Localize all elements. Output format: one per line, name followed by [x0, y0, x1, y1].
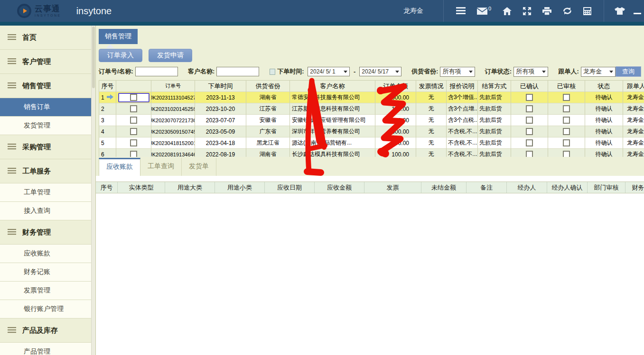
- audited-checkbox[interactable]: [563, 128, 570, 135]
- follower-cell: 龙寿金: [623, 137, 644, 149]
- col-quote[interactable]: 报价说明: [447, 81, 478, 92]
- order-row[interactable]: 2 JK20231020145259 2023-10-20 江苏省 江苏新锐信息…: [99, 103, 644, 115]
- col-customer[interactable]: 客户名称: [290, 81, 375, 92]
- rcol-use-minor[interactable]: 用途小类: [215, 182, 265, 193]
- audited-checkbox[interactable]: [563, 151, 570, 157]
- col-order-date[interactable]: 下单时间: [195, 81, 246, 92]
- calculator-icon[interactable]: [583, 7, 591, 15]
- row-checkbox[interactable]: [130, 94, 137, 101]
- order-entry-button[interactable]: 订单录入: [99, 49, 142, 62]
- province-select[interactable]: 所有项: [440, 67, 475, 77]
- confirmed-checkbox[interactable]: [526, 105, 533, 112]
- logo-en-text: INSYTONE: [35, 14, 61, 17]
- rcol-invoice[interactable]: 发票: [364, 182, 421, 193]
- rcol-handler-confirm[interactable]: 经办人确认: [547, 182, 588, 193]
- sidebar-item[interactable]: 首页: [0, 26, 91, 50]
- row-checkbox[interactable]: [130, 105, 137, 112]
- mail-icon[interactable]: 0: [477, 8, 491, 15]
- sidebar-item[interactable]: 产品及库存: [0, 319, 91, 343]
- sidebar-item[interactable]: 工单服务: [0, 159, 91, 183]
- confirmed-checkbox[interactable]: [526, 151, 533, 157]
- fullscreen-icon[interactable]: [523, 7, 531, 15]
- print-icon[interactable]: [542, 7, 551, 15]
- sidebar-item[interactable]: 财务记账: [0, 263, 91, 282]
- col-follower[interactable]: 跟单人: [623, 81, 644, 92]
- sidebar-item[interactable]: 银行账户管理: [0, 300, 91, 319]
- sidebar-item[interactable]: 采购管理: [0, 135, 91, 159]
- col-order-no[interactable]: 订单号: [151, 81, 195, 92]
- order-time-checkbox[interactable]: [270, 69, 276, 75]
- confirmed-checkbox[interactable]: [526, 94, 533, 101]
- rcol-due-amount[interactable]: 应收金额: [315, 182, 364, 193]
- row-checkbox[interactable]: [130, 128, 137, 135]
- rcol-seq[interactable]: 序号: [96, 182, 118, 193]
- sidebar-item[interactable]: 销售订单: [0, 98, 91, 117]
- rcol-open-amount[interactable]: 未结金额: [421, 182, 467, 193]
- sidebar-item[interactable]: 接入查询: [0, 202, 91, 220]
- sidebar-item-label: 工单管理: [24, 188, 50, 197]
- tab-sales-management[interactable]: 销售管理: [99, 29, 138, 44]
- order-row[interactable]: 3 JK20230707221730 2023-07-07 安徽省 安徽锐诚供应…: [99, 115, 644, 126]
- sidebar-item[interactable]: 发货管理: [0, 117, 91, 135]
- home-icon[interactable]: [503, 7, 512, 15]
- row-checkbox[interactable]: [130, 139, 137, 146]
- rcol-entity-type[interactable]: 实体类型: [118, 182, 165, 193]
- sidebar-item[interactable]: 工单管理: [0, 183, 91, 202]
- col-seq[interactable]: 序号: [99, 81, 116, 92]
- confirmed-checkbox[interactable]: [526, 139, 533, 146]
- col-amount[interactable]: 订单金额: [375, 81, 416, 92]
- audited-checkbox[interactable]: [563, 94, 570, 101]
- rcol-dept-audit[interactable]: 部门审核: [588, 182, 625, 193]
- date-to-picker[interactable]: 2024/ 5/17: [359, 67, 401, 76]
- sidebar-item-label: 应收账款: [24, 249, 50, 258]
- date-from-picker[interactable]: 2024/ 5/ 1: [308, 67, 350, 76]
- search-button[interactable]: 查询: [616, 66, 641, 77]
- sidebar-item[interactable]: 财务管理: [0, 220, 91, 245]
- bottom-tab[interactable]: 应收账款: [99, 158, 140, 176]
- rcol-handler[interactable]: 经办人: [507, 182, 547, 193]
- rcol-due-date[interactable]: 应收日期: [265, 182, 315, 193]
- minimize-icon[interactable]: [634, 13, 641, 14]
- sidebar-item-label: 财务管理: [22, 228, 51, 237]
- sidebar-item[interactable]: 客户管理: [0, 50, 91, 74]
- order-row[interactable]: 1 JK20231113104527 2023-11-13 湖南省 常德安途科技…: [99, 92, 644, 103]
- col-province[interactable]: 供货省份: [246, 81, 290, 92]
- col-confirmed[interactable]: 已确认: [511, 81, 548, 92]
- audited-checkbox[interactable]: [563, 105, 570, 112]
- theme-icon[interactable]: [615, 7, 625, 15]
- order-row[interactable]: 5 JK20230418152001 2023-04-18 黑龙江省 源达(海南…: [99, 137, 644, 149]
- row-checkbox[interactable]: [130, 151, 137, 157]
- rcol-remark[interactable]: 备注: [467, 182, 507, 193]
- bottom-tab[interactable]: 发货单: [182, 158, 216, 176]
- order-status-select[interactable]: 所有项: [513, 67, 548, 77]
- sidebar-item[interactable]: 产品管理: [0, 343, 91, 355]
- confirmed-checkbox[interactable]: [526, 117, 533, 124]
- order-no-input[interactable]: [135, 67, 178, 76]
- follower-select[interactable]: 龙寿金: [581, 67, 616, 77]
- menu-icon[interactable]: [456, 7, 466, 15]
- status-cell: 待确认: [585, 115, 623, 126]
- col-checkbox[interactable]: [116, 81, 151, 92]
- chevron-down-icon: [395, 71, 399, 73]
- bottom-tab[interactable]: 工单查询: [140, 158, 182, 176]
- col-audited[interactable]: 已审核: [548, 81, 585, 92]
- sidebar-item[interactable]: 发票管理: [0, 282, 91, 300]
- sidebar-item[interactable]: 销售管理: [0, 74, 91, 98]
- customer-name-input[interactable]: [216, 67, 259, 76]
- order-row[interactable]: 4 JK20230509150745 2023-05-09 广东省 深圳市祥誉营…: [99, 126, 644, 137]
- rcol-finance-final[interactable]: 财务终审: [625, 182, 644, 193]
- col-invoice[interactable]: 发票情况: [416, 81, 447, 92]
- order-row[interactable]: 6 JK20220819134646 2022-08-19 湖南省 长沙鑫达模具…: [99, 149, 644, 157]
- row-checkbox[interactable]: [130, 117, 137, 124]
- sidebar-scrollbar[interactable]: [91, 26, 95, 355]
- col-settlement[interactable]: 结算方式: [478, 81, 511, 92]
- username[interactable]: 龙寿金: [403, 7, 423, 15]
- refresh-icon[interactable]: [563, 7, 572, 15]
- confirmed-checkbox[interactable]: [526, 128, 533, 135]
- audited-checkbox[interactable]: [563, 139, 570, 146]
- col-status[interactable]: 状态: [585, 81, 623, 92]
- ship-request-button[interactable]: 发货申请: [149, 49, 192, 62]
- rcol-use-major[interactable]: 用途大类: [165, 182, 215, 193]
- sidebar-item[interactable]: 应收账款: [0, 245, 91, 263]
- audited-checkbox[interactable]: [563, 117, 570, 124]
